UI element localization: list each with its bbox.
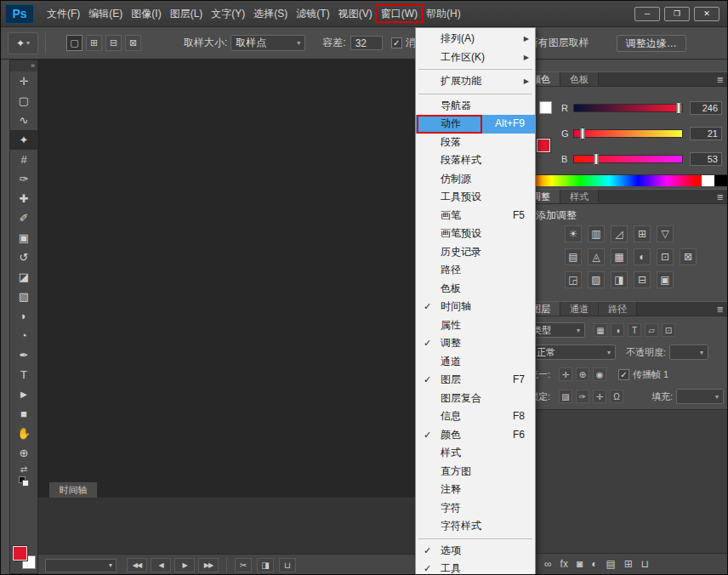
add-to-selection-icon[interactable]: ⊞ [86,35,102,51]
menu-item[interactable]: 动作Alt+F9 [416,115,535,134]
propagate-frame-checkbox[interactable]: ✓ 传播帧 1 [618,368,668,381]
menubar-item[interactable]: 滤镜(T) [292,1,333,26]
menu-item[interactable]: 段落 [416,134,535,152]
panel-tab[interactable]: 路径 [599,302,637,316]
close-button[interactable]: ✕ [694,7,719,21]
dodge-tool[interactable]: ◔ [10,326,37,345]
delete-frame-icon[interactable]: ⊔ [279,558,296,572]
gradient-tool[interactable]: ▧ [10,287,37,306]
black-white-icon[interactable]: ▦ [611,248,628,265]
brush-tool[interactable]: ✐ [10,208,37,228]
slider-value[interactable]: 21 [690,127,722,140]
menubar-item[interactable]: 编辑(E) [84,1,127,26]
panel-menu-icon[interactable]: ≣ [712,302,728,316]
opacity-dropdown[interactable]: ▾ [669,344,708,360]
path-selection-tool[interactable]: ► [10,384,37,404]
clone-stamp-tool[interactable]: ▣ [10,228,37,248]
brightness-contrast-icon[interactable]: ☀ [565,225,582,242]
vibrance-icon[interactable]: ▽ [657,225,674,242]
menu-item[interactable]: ✓选项 [416,542,535,561]
menu-item[interactable]: 仿制源 [416,170,535,189]
default-colors-icon[interactable] [19,476,29,487]
panel-foreground-swatch[interactable] [539,101,552,114]
play-button[interactable]: ▶ [174,558,195,572]
panel-tab[interactable]: 通道 [560,302,599,316]
photo-filter-icon[interactable]: ◐ [634,248,651,265]
panel-tab[interactable]: 色板 [560,72,599,86]
pen-tool[interactable]: ✒ [10,345,37,365]
tab-timeline[interactable]: 时间轴 [48,481,98,498]
rectangular-marquee-tool[interactable]: ▢ [10,91,37,111]
swap-colors-icon[interactable]: ⇄ [20,464,27,474]
foreground-color-swatch[interactable] [13,546,27,561]
menu-item[interactable]: 通道 [416,353,535,372]
type-tool[interactable]: T [10,365,37,384]
posterize-icon[interactable]: ▨ [588,271,605,288]
collapse-panel-icon[interactable]: » [10,60,37,71]
menu-item[interactable]: 导航器 [416,97,535,116]
filter-shape-layers-icon[interactable]: ▱ [645,323,658,337]
panel-menu-icon[interactable]: ≣ [712,72,728,86]
shape-tool[interactable]: ■ [10,404,37,424]
filter-smart-objects-icon[interactable]: ⊡ [662,323,675,337]
channel-mixer-icon[interactable]: ⊡ [657,248,674,265]
magic-wand-tool[interactable]: ✦ [10,130,37,150]
filter-adjustment-layers-icon[interactable]: ◑ [611,323,624,337]
menu-item[interactable]: 路径 [416,261,535,280]
split-clip-icon[interactable]: ✂ [235,558,252,572]
delete-layer-icon[interactable]: ⊔ [641,558,649,570]
lock-pixels-icon[interactable]: ✑ [576,390,589,403]
new-selection-icon[interactable]: ▢ [66,35,82,51]
selective-color-icon[interactable]: ▣ [657,271,674,288]
menu-item[interactable]: ✓调整 [416,334,535,353]
slider-handle[interactable] [594,153,599,165]
menubar-item[interactable]: 图像(I) [127,1,165,26]
menubar-item[interactable]: 窗口(W) [377,1,422,26]
b-channel-slider[interactable] [573,155,683,163]
menu-item[interactable]: ✓图层F7 [416,371,535,390]
menu-item[interactable]: 直方图 [416,463,535,481]
menu-item[interactable]: 工具预设 [416,188,535,207]
link-layers-icon[interactable]: ∞ [544,558,552,570]
menubar-item[interactable]: 图层(L) [166,1,208,26]
previous-frame-button[interactable]: ◀ [151,558,171,572]
transition-icon[interactable]: ◨ [257,558,274,572]
menu-item[interactable]: 图层复合 [416,390,535,408]
menu-item[interactable]: 样式 [416,444,535,463]
panel-background-swatch[interactable] [537,139,550,152]
menu-item[interactable]: 色板 [416,280,535,299]
refine-edge-button[interactable]: 调整边缘… [617,35,686,52]
panel-menu-icon[interactable]: ≣ [712,190,728,203]
zoom-tool[interactable]: ⊕ [10,443,37,463]
timeline-options-dropdown[interactable]: ▾ [45,559,117,572]
menubar-item[interactable]: 视图(V) [334,1,377,26]
menu-item[interactable]: 字符样式 [416,517,535,536]
menu-item[interactable]: ✓时间轴 [416,298,535,316]
curves-icon[interactable]: ◿ [611,225,628,242]
menu-item[interactable]: ✓工具 [416,560,535,575]
color-lookup-icon[interactable]: ⊠ [680,248,697,265]
new-layer-icon[interactable]: ⊞ [624,558,633,570]
layer-mask-icon[interactable]: ◙ [577,558,583,570]
filter-pixel-layers-icon[interactable]: ▦ [594,323,607,337]
new-group-icon[interactable]: ▤ [606,558,615,570]
gradient-map-icon[interactable]: ⊟ [634,271,651,288]
crop-tool[interactable]: # [10,150,37,169]
slider-handle[interactable] [581,128,585,139]
hue-saturation-icon[interactable]: ▤ [565,248,582,265]
menu-item[interactable]: 画笔F5 [416,207,535,225]
unify-scale-icon[interactable]: ⊕ [576,367,589,381]
minimize-button[interactable]: ─ [634,7,660,21]
move-tool[interactable]: ✛ [10,71,37,91]
menu-item[interactable]: 历史记录 [416,243,535,262]
intersect-selection-icon[interactable]: ⊠ [125,35,141,51]
menu-item[interactable]: 工作区(K)▶ [416,48,535,67]
lock-all-icon[interactable]: Ω [610,390,623,403]
threshold-icon[interactable]: ◨ [611,271,628,288]
unify-position-icon[interactable]: ✛ [559,367,572,381]
tool-preset-picker[interactable]: ✦ ▾ [8,32,38,54]
new-adjustment-layer-icon[interactable]: ◐ [591,558,597,570]
exposure-icon[interactable]: ⊞ [634,225,651,242]
menubar-item[interactable]: 文字(Y) [207,1,249,26]
lasso-tool[interactable]: ∿ [10,111,37,130]
